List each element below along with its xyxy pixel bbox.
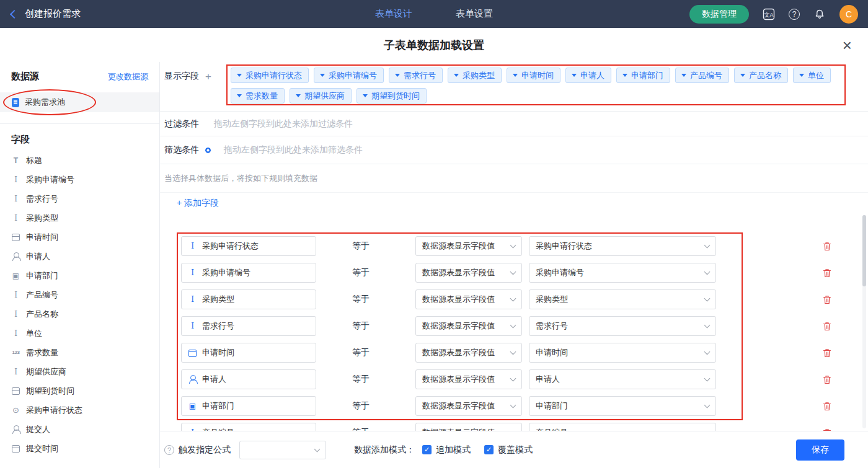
sidebar-field-item[interactable]: I 产品名称: [0, 304, 159, 324]
rule-field-box[interactable]: I 采购申请行状态: [181, 236, 316, 256]
chevron-down-icon: [704, 429, 711, 431]
rule-field-box[interactable]: I 采购申请编号: [181, 263, 316, 283]
display-field-tag-label: 申请时间: [521, 70, 554, 81]
rule-value-dropdown[interactable]: 申请人: [529, 369, 716, 389]
rule-value-dropdown[interactable]: 采购类型: [529, 289, 716, 309]
display-field-tag[interactable]: 采购申请编号: [314, 68, 384, 83]
rule-source-dropdown[interactable]: 数据源表显示字段值: [415, 343, 522, 363]
display-field-tag[interactable]: 产品名称: [734, 68, 788, 83]
rule-field-box[interactable]: I 需求行号: [181, 316, 316, 336]
add-rule-field-link[interactable]: + 添加字段: [177, 198, 219, 209]
display-field-tag[interactable]: 申请部门: [616, 68, 670, 83]
back-chevron-icon[interactable]: [10, 9, 19, 18]
rule-field-label: 产品编号: [202, 427, 234, 431]
display-field-tag-label: 采购类型: [463, 70, 495, 81]
rule-field-box[interactable]: ▣ 申请部门: [181, 396, 316, 416]
delete-rule-trash-icon[interactable]: [822, 241, 832, 252]
notification-bell-icon[interactable]: [813, 8, 826, 20]
sidebar-field-item[interactable]: I 需求行号: [0, 189, 159, 208]
rule-operator: 等于: [352, 400, 372, 412]
rule-source-dropdown[interactable]: 数据源表显示字段值: [415, 423, 522, 431]
chevron-down-icon: [510, 376, 516, 382]
delete-rule-trash-icon[interactable]: [822, 374, 832, 385]
display-field-tag[interactable]: 需求行号: [389, 68, 443, 83]
display-field-tag[interactable]: 申请时间: [507, 68, 560, 83]
scrollbar-thumb[interactable]: [862, 215, 866, 286]
delete-rule-trash-icon[interactable]: [822, 401, 832, 412]
text-icon: I: [11, 367, 20, 376]
display-field-tag[interactable]: 需求数量: [231, 88, 285, 104]
sidebar-field-item[interactable]: 123 需求数量: [0, 343, 159, 362]
help-icon[interactable]: ?: [789, 9, 800, 20]
datasource-item[interactable]: 采购需求池: [0, 92, 159, 112]
add-display-field-button[interactable]: +: [205, 71, 211, 82]
text-icon: I: [11, 175, 20, 184]
display-field-tag[interactable]: 产品编号: [675, 68, 729, 83]
rule-source-dropdown[interactable]: 数据源表显示字段值: [415, 316, 522, 336]
display-field-tag[interactable]: 单位: [793, 68, 831, 83]
filter-drop-placeholder[interactable]: 拖动左侧字段到此处来添加过滤条件: [214, 118, 353, 130]
rule-value-dropdown[interactable]: 采购申请编号: [529, 263, 716, 283]
delete-rule-trash-icon[interactable]: [822, 294, 832, 305]
sidebar-field-item[interactable]: 申请人: [0, 247, 159, 266]
overwrite-mode-checkbox[interactable]: ✓ 覆盖模式: [484, 444, 533, 456]
rule-source-dropdown-value: 数据源表显示字段值: [422, 400, 495, 412]
sidebar-field-item[interactable]: 提交时间: [0, 439, 159, 458]
display-field-tag[interactable]: 期望供应商: [290, 88, 352, 104]
back-nav[interactable]: 创建报价需求: [0, 8, 81, 20]
sidebar-field-item[interactable]: I 单位: [0, 324, 159, 343]
sidebar: 数据源 更改数据源 采购需求池 字段 T 标题 I 采购申请编号 I 需求行号: [0, 62, 160, 468]
formula-select[interactable]: [239, 441, 326, 459]
close-icon[interactable]: ×: [843, 37, 852, 53]
rule-value-dropdown[interactable]: 需求行号: [529, 316, 716, 336]
save-button[interactable]: 保存: [796, 439, 844, 461]
rule-value-dropdown[interactable]: 产品编号: [529, 423, 716, 431]
rule-value-dropdown[interactable]: 申请部门: [529, 396, 716, 416]
sidebar-field-item[interactable]: 申请时间: [0, 227, 159, 247]
chevron-down-icon: [704, 269, 711, 275]
delete-rule-trash-icon[interactable]: [822, 348, 832, 358]
calendar-icon: [11, 232, 20, 242]
rule-source-dropdown[interactable]: 数据源表显示字段值: [415, 263, 522, 283]
rule-source-dropdown-value: 数据源表显示字段值: [422, 267, 495, 278]
data-manage-button[interactable]: 数据管理: [689, 5, 749, 24]
gear-icon[interactable]: [203, 146, 213, 155]
sidebar-field-item[interactable]: ⊙ 采购申请行状态: [0, 400, 159, 420]
tab-form-settings[interactable]: 表单设置: [456, 8, 493, 20]
display-field-tag-label: 申请部门: [631, 70, 663, 81]
sidebar-field-item[interactable]: I 期望供应商: [0, 362, 159, 381]
formula-help-icon[interactable]: ?: [164, 445, 174, 455]
sidebar-field-item[interactable]: T 标题: [0, 151, 159, 170]
sidebar-field-item[interactable]: I 产品编号: [0, 285, 159, 304]
sidebar-field-label: 申请人: [26, 251, 50, 262]
screening-drop-placeholder[interactable]: 拖动左侧字段到此处来添加筛选条件: [224, 144, 363, 156]
change-datasource-link[interactable]: 更改数据源: [108, 71, 148, 82]
translate-icon[interactable]: 文A: [763, 8, 775, 20]
sidebar-field-item[interactable]: 期望到货时间: [0, 381, 159, 400]
display-field-tag[interactable]: 采购申请行状态: [231, 68, 309, 83]
overwrite-mode-label: 覆盖模式: [498, 444, 533, 456]
display-field-tag[interactable]: 期望到货时间: [356, 88, 427, 104]
rule-field-box[interactable]: 申请人: [181, 369, 316, 389]
append-mode-checkbox[interactable]: ✓ 追加模式: [422, 444, 471, 456]
rule-source-dropdown[interactable]: 数据源表显示字段值: [415, 289, 522, 309]
rule-value-dropdown[interactable]: 采购申请行状态: [529, 236, 716, 256]
tab-form-design[interactable]: 表单设计: [375, 8, 412, 20]
rule-field-box[interactable]: I 采购类型: [181, 289, 316, 309]
rule-source-dropdown[interactable]: 数据源表显示字段值: [415, 396, 522, 416]
display-field-tag[interactable]: 申请人: [565, 68, 611, 83]
display-field-tag[interactable]: 采购类型: [448, 68, 502, 83]
rule-source-dropdown[interactable]: 数据源表显示字段值: [415, 369, 522, 389]
user-avatar[interactable]: C: [839, 5, 858, 24]
rule-field-box[interactable]: 申请时间: [181, 343, 316, 363]
delete-rule-trash-icon[interactable]: [822, 428, 832, 431]
rule-field-box[interactable]: I 产品编号: [181, 423, 316, 431]
sidebar-field-item[interactable]: ▣ 申请部门: [0, 266, 159, 285]
delete-rule-trash-icon[interactable]: [822, 268, 832, 278]
rule-source-dropdown[interactable]: 数据源表显示字段值: [415, 236, 522, 256]
sidebar-field-item[interactable]: I 采购类型: [0, 208, 159, 227]
sidebar-field-item[interactable]: I 采购申请编号: [0, 170, 159, 189]
rule-value-dropdown[interactable]: 申请时间: [529, 343, 716, 363]
delete-rule-trash-icon[interactable]: [822, 321, 832, 332]
sidebar-field-item[interactable]: 提交人: [0, 420, 159, 439]
